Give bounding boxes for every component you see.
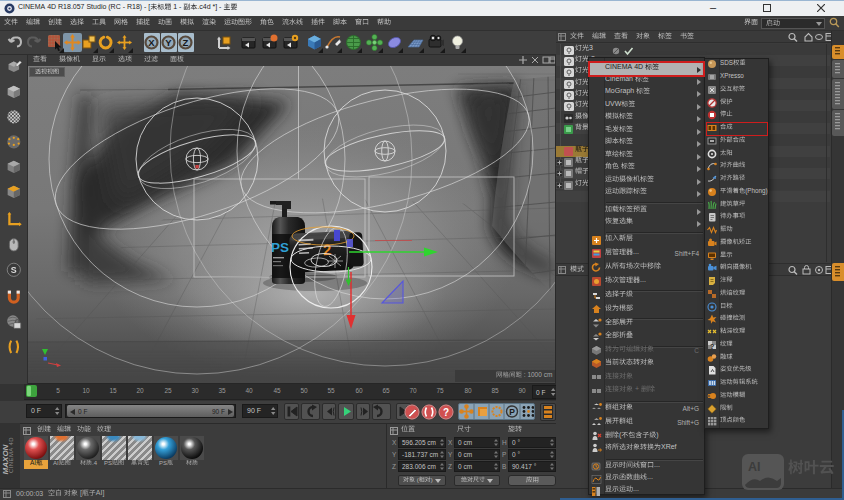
svg-text:4: 4	[93, 460, 97, 466]
svg-text:7: 7	[81, 3, 85, 10]
svg-text:): )	[656, 431, 658, 439]
svg-text:S: S	[11, 265, 17, 275]
svg-text:): )	[766, 187, 768, 195]
svg-text:2: 2	[322, 241, 331, 258]
svg-text:P: P	[509, 407, 515, 417]
svg-text:?: ?	[710, 342, 714, 349]
svg-text:): )	[140, 3, 142, 11]
svg-text:S: S	[163, 460, 167, 466]
svg-text:Z: Z	[183, 37, 189, 48]
svg-text:PS: PS	[271, 240, 289, 255]
svg-text:X: X	[148, 37, 155, 48]
svg-text:o: o	[740, 72, 744, 79]
svg-text::: :	[524, 371, 526, 378]
svg-text:-: -	[219, 3, 222, 10]
svg-text:W: W	[615, 100, 622, 107]
svg-text:[: [	[80, 489, 82, 497]
svg-text:I: I	[34, 459, 36, 466]
svg-text:S: S	[729, 59, 733, 66]
svg-text:.: .	[644, 276, 646, 283]
svg-text:f: f	[675, 443, 677, 450]
svg-text:Y: Y	[165, 37, 172, 48]
svg-text:o: o	[102, 3, 106, 10]
svg-text:m: m	[547, 371, 552, 378]
svg-text:D: D	[51, 3, 56, 10]
svg-text:(: (	[619, 431, 622, 439]
svg-text:.: .	[637, 248, 639, 255]
svg-text:A: A	[41, 3, 46, 10]
svg-text:C: C	[116, 3, 121, 10]
svg-text:]: ]	[102, 489, 104, 497]
svg-text:+: +	[635, 385, 639, 392]
svg-text:.: .	[658, 461, 660, 468]
svg-text:.: .	[637, 485, 639, 492]
svg-text:(: (	[417, 477, 419, 483]
svg-text:?: ?	[443, 407, 449, 418]
svg-text:I: I	[57, 460, 59, 466]
svg-text:S: S	[108, 460, 112, 466]
svg-text:]: ]	[215, 3, 217, 11]
svg-text:3: 3	[589, 44, 593, 51]
svg-text:d: d	[207, 3, 211, 10]
svg-text:AI: AI	[748, 460, 761, 474]
svg-text:[: [	[148, 3, 150, 11]
svg-text:): )	[431, 477, 433, 483]
svg-text:-: -	[179, 3, 182, 10]
svg-text:-: -	[144, 3, 147, 10]
svg-text:.: .	[651, 473, 653, 480]
svg-text:0: 0	[538, 371, 542, 378]
svg-text:1: 1	[173, 3, 177, 10]
svg-text:-: -	[123, 3, 126, 10]
svg-text:h: h	[630, 88, 634, 95]
